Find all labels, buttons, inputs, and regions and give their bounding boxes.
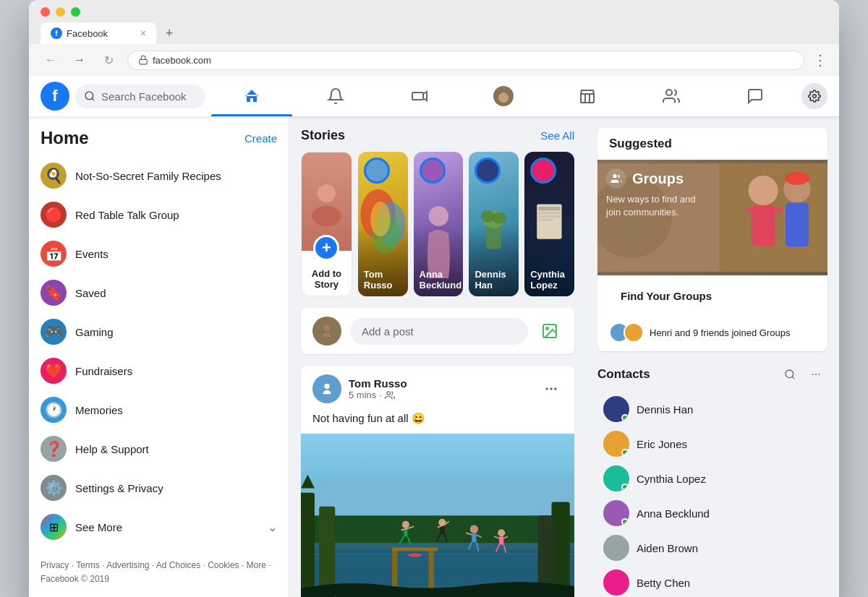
sidebar-item-label: Fundraisers <box>75 365 132 377</box>
svg-point-27 <box>546 387 548 390</box>
groups-banner-desc: New ways to find and join communities. <box>606 193 707 219</box>
sidebar-item-red-table[interactable]: 🔴 Red Table Talk Group <box>35 196 283 233</box>
sidebar-item-settings[interactable]: ⚙️ Settings & Privacy <box>35 469 283 507</box>
contact-item-dennis-han[interactable]: Dennis Han <box>597 392 827 426</box>
stories-title: Stories <box>301 128 345 143</box>
minimize-traffic-light[interactable] <box>56 7 65 17</box>
svg-point-76 <box>749 176 778 205</box>
contacts-section: Contacts ··· <box>597 363 827 597</box>
joined-avatar-2 <box>624 322 644 343</box>
forward-button[interactable]: → <box>69 50 90 70</box>
back-button[interactable]: ← <box>41 50 61 70</box>
contacts-more-button[interactable]: ··· <box>804 363 827 386</box>
svg-point-28 <box>550 387 552 390</box>
close-traffic-light[interactable] <box>41 7 50 17</box>
settings-button[interactable] <box>801 83 827 109</box>
story-add-button[interactable]: + <box>313 235 339 261</box>
refresh-button[interactable]: ↻ <box>98 50 119 70</box>
svg-point-57 <box>470 525 478 533</box>
nav-marketplace[interactable] <box>547 79 628 113</box>
svg-point-69 <box>408 554 422 557</box>
find-groups-button[interactable]: Find Your Groups <box>609 284 723 308</box>
sidebar-item-gaming[interactable]: 🎮 Gaming <box>35 313 283 351</box>
red-table-icon: 🔴 <box>41 202 67 228</box>
sidebar-item-label: Memories <box>75 404 123 416</box>
browser-tab-facebook[interactable]: f Facebook × <box>41 22 156 44</box>
contacts-search-button[interactable] <box>778 363 801 386</box>
svg-point-7 <box>312 206 341 227</box>
contact-item-anna-becklund[interactable]: Anna Becklund <box>597 496 827 531</box>
tab-close-button[interactable]: × <box>140 27 146 39</box>
groups-banner-title: Groups <box>632 171 684 187</box>
story-cynthia-lopez[interactable]: Cynthia Lopez <box>524 152 574 296</box>
photo-icon <box>541 322 558 340</box>
svg-rect-0 <box>140 59 148 64</box>
stories-section: Stories See All + <box>301 128 574 296</box>
story-tom-russo[interactable]: Tom Russo <box>358 152 408 296</box>
home-icon <box>243 87 260 105</box>
sidebar-item-saved[interactable]: 🔖 Saved <box>35 274 283 312</box>
contact-item-eric-jones[interactable]: Eric Jones <box>597 426 827 461</box>
svg-point-5 <box>813 95 817 98</box>
post-more-button[interactable] <box>540 377 563 400</box>
address-bar[interactable]: facebook.com <box>127 51 804 70</box>
story-anna-becklund[interactable]: Anna Becklund <box>414 152 464 296</box>
groups-overlay-info: Groups New ways to find and join communi… <box>606 168 707 219</box>
nav-home[interactable] <box>211 79 292 113</box>
sidebar-create-button[interactable]: Create <box>244 132 277 145</box>
contacts-title: Contacts <box>597 367 650 382</box>
maximize-traffic-light[interactable] <box>71 7 80 17</box>
svg-rect-33 <box>301 550 574 586</box>
fb-header: f Search Facebook <box>29 76 839 116</box>
new-tab-button[interactable]: + <box>159 23 179 43</box>
contact-name: Anna Becklund <box>637 507 710 520</box>
fb-logo[interactable]: f <box>41 82 69 111</box>
svg-rect-40 <box>552 502 570 597</box>
svg-rect-64 <box>499 536 503 544</box>
sidebar-item-memories[interactable]: 🕐 Memories <box>35 391 283 429</box>
stories-see-all-button[interactable]: See All <box>540 129 574 142</box>
browser-controls <box>41 7 827 17</box>
contacts-actions: ··· <box>778 363 827 386</box>
svg-point-24 <box>546 327 548 330</box>
add-photo-button[interactable] <box>537 318 563 344</box>
post-input[interactable]: Add a post <box>350 318 528 345</box>
story-add-card[interactable]: + Add to Story <box>301 152 352 296</box>
svg-rect-79 <box>770 207 783 212</box>
nav-watch[interactable] <box>379 79 460 113</box>
svg-point-11 <box>370 202 391 236</box>
browser-more-button[interactable]: ⋮ <box>813 51 827 69</box>
nav-profile[interactable] <box>463 79 544 113</box>
address-text: facebook.com <box>153 55 211 66</box>
svg-point-84 <box>613 174 616 178</box>
contact-item-cynthia-lopez[interactable]: Cynthia Lopez <box>597 461 827 496</box>
nav-notifications[interactable] <box>295 79 376 113</box>
marketplace-icon <box>579 87 596 105</box>
sidebar-item-family-recipes[interactable]: 🍳 Not-So-Secret Family Recipes <box>35 157 283 194</box>
friends-icon <box>385 390 395 400</box>
online-indicator <box>621 414 629 421</box>
user-avatar-icon <box>319 381 335 397</box>
sidebar-item-help[interactable]: ❓ Help & Support <box>35 430 283 468</box>
composer-avatar <box>312 317 341 345</box>
contact-name: Betty Chen <box>637 577 690 589</box>
sidebar-item-events[interactable]: 📅 Events <box>35 235 283 272</box>
post-meta: 5 mins · <box>349 390 407 400</box>
contact-avatar-aiden-brown <box>603 535 629 561</box>
sidebar-item-fundraisers[interactable]: ❤️ Fundraisers <box>35 352 283 390</box>
fb-search-bar[interactable]: Search Facebook <box>75 85 205 108</box>
fundraisers-icon: ❤️ <box>41 358 67 384</box>
sidebar-item-label: See More <box>75 521 122 533</box>
user-icon <box>318 322 336 340</box>
nav-groups[interactable] <box>631 79 712 113</box>
nav-messenger[interactable] <box>715 79 796 113</box>
contact-item-betty-chen[interactable]: Betty Chen <box>597 565 827 597</box>
sidebar-item-label: Gaming <box>75 326 114 338</box>
post-author-info: Tom Russo 5 mins · <box>349 377 407 400</box>
svg-line-86 <box>792 377 794 379</box>
contact-name: Aiden Brown <box>637 542 698 554</box>
story-dennis-han[interactable]: Dennis Han <box>469 152 519 296</box>
sidebar-item-see-more[interactable]: ⊞ See More ⌄ <box>35 508 283 546</box>
contact-item-aiden-brown[interactable]: Aiden Brown <box>597 531 827 565</box>
contact-avatar-eric-jones <box>603 431 629 457</box>
